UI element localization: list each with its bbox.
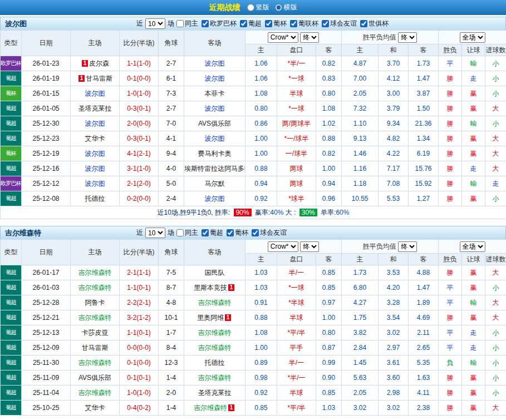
filter-checkbox-input[interactable]	[227, 229, 234, 236]
away-team-cell: 波尔图	[184, 191, 245, 206]
away-team-link[interactable]: 吉尔维森特	[194, 404, 227, 412]
home-team-link[interactable]: 皮尔森	[89, 60, 109, 67]
league-filter-checkboxes: 同主欧罗巴杯葡超葡杯葡联杯球会友谊世俱杯	[176, 19, 392, 28]
home-team-link[interactable]: AVS俱乐部	[78, 374, 111, 382]
filter-checkbox[interactable]: 葡超	[240, 19, 262, 28]
match-result: 平	[439, 56, 462, 71]
away-odds: 0.80	[316, 325, 342, 340]
odds-stage-select[interactable]: 终	[300, 241, 319, 252]
home-team-link[interactable]: 圣塔克莱拉	[78, 105, 112, 112]
filter-checkbox-label: 球会友谊	[330, 19, 357, 28]
home-team-link[interactable]: 吉尔维森特	[78, 269, 112, 276]
league-type-badge: 葡超	[1, 355, 22, 370]
filter-checkbox[interactable]: 同主	[176, 228, 198, 238]
away-team-link[interactable]: 圣塔克莱拉	[198, 389, 232, 397]
col-result: 胜负	[439, 254, 462, 265]
home-team-link[interactable]: 波尔图	[85, 180, 105, 187]
home-team-link[interactable]: 吉尔维森特	[78, 359, 112, 367]
radio-input[interactable]	[275, 4, 282, 11]
home-team-link[interactable]: 卡莎皮亚	[82, 329, 109, 337]
filter-checkbox[interactable]: 葡杯	[265, 19, 287, 28]
away-team-link[interactable]: 费马利卡奥	[198, 150, 232, 157]
filter-checkbox[interactable]: 世俱杯	[360, 19, 389, 28]
filter-checkbox-input[interactable]	[252, 229, 259, 236]
away-team-link[interactable]: 埃斯特雷拉达阿马多拉	[184, 165, 245, 172]
home-odds: 0.94	[245, 176, 277, 191]
match-result: 勝	[439, 71, 462, 86]
home-team-link[interactable]: 托德拉	[85, 195, 105, 202]
away-team-link[interactable]: 里奥阿维	[197, 314, 224, 322]
away-team-link[interactable]: 波尔图	[205, 135, 225, 142]
away-team-link[interactable]: 波尔图	[205, 75, 225, 82]
radio-input[interactable]	[247, 4, 254, 11]
home-team-link[interactable]: 艾华卡	[85, 135, 105, 142]
home-team-link[interactable]: 波尔图	[85, 165, 105, 172]
away-team-link[interactable]: 里斯本竞技	[194, 284, 227, 291]
away-team-link[interactable]: 波尔图	[205, 195, 225, 202]
match-result: 勝	[439, 161, 462, 176]
match-date: 25-12-21	[22, 310, 71, 325]
red-card-badge: 1	[225, 314, 231, 321]
home-team-cell: 波尔图	[71, 146, 120, 161]
layout-radio-vertical[interactable]: 竖版	[247, 3, 269, 12]
away-team-cell: 费马利卡奥	[184, 146, 245, 161]
away-team-link[interactable]: 波尔图	[205, 105, 225, 112]
match-count-select[interactable]: 10	[145, 18, 165, 29]
handicap: 平手	[277, 340, 316, 355]
avg-stage-select[interactable]: 终	[398, 241, 417, 252]
away-team-link[interactable]: 托德拉	[205, 359, 225, 367]
filter-checkbox[interactable]: 葡杯	[227, 228, 248, 238]
home-team-link[interactable]: 波尔图	[85, 90, 105, 97]
home-team-link[interactable]: 波尔图	[85, 120, 105, 127]
filter-checkbox-input[interactable]	[265, 20, 272, 27]
away-team-link[interactable]: AVS俱乐部	[198, 120, 231, 127]
corner-count: 12-3	[159, 355, 184, 370]
away-team-link[interactable]: 马尔默	[205, 180, 225, 187]
away-team-link[interactable]: 本菲卡	[205, 90, 225, 97]
away-team-link[interactable]: 吉尔维森特	[198, 299, 232, 307]
home-team-link[interactable]: 吉尔维森特	[78, 284, 112, 291]
bookmaker-select[interactable]: Crow*	[268, 32, 298, 43]
filter-checkbox-input[interactable]	[322, 20, 329, 27]
filter-checkbox[interactable]: 球会友谊	[252, 228, 287, 238]
away-team-link[interactable]: 国民队	[205, 269, 225, 276]
filter-checkbox-label: 葡超	[248, 19, 262, 28]
filter-checkbox-input[interactable]	[202, 229, 209, 236]
filter-checkbox-input[interactable]	[360, 20, 367, 27]
scope-header: 全场	[439, 240, 506, 254]
away-team-link[interactable]: 吉尔维森特	[198, 344, 232, 352]
avg-stage-select[interactable]: 终	[398, 32, 417, 43]
away-team-link[interactable]: 吉尔维森特	[198, 329, 232, 337]
scope-select[interactable]: 全场	[460, 241, 485, 252]
away-odds: 0.85	[316, 280, 342, 295]
corner-count: 4-8	[159, 295, 184, 310]
scope-select[interactable]: 全场	[460, 32, 485, 43]
layout-radio-horizontal[interactable]: 横版	[275, 3, 297, 12]
away-team-link[interactable]: 吉尔维森特	[198, 374, 232, 382]
filter-checkbox[interactable]: 葡超	[202, 228, 223, 238]
match-date: 25-12-28	[22, 295, 71, 310]
avg-draw-odds: 3.60	[379, 370, 409, 386]
filter-checkbox[interactable]: 葡联杯	[290, 19, 318, 28]
match-count-select[interactable]: 10	[145, 228, 165, 238]
home-team-link[interactable]: 艾华卡	[85, 404, 105, 412]
home-team-link[interactable]: 甘马雷斯	[86, 75, 112, 82]
filter-checkbox-input[interactable]	[176, 20, 184, 27]
home-team-link[interactable]: 吉尔维森特	[78, 314, 112, 322]
filter-checkbox-input[interactable]	[240, 20, 247, 27]
home-team-link[interactable]: 吉尔维森特	[78, 389, 112, 397]
filter-checkbox[interactable]: 球会友谊	[322, 19, 357, 28]
away-team-link[interactable]: 波尔图	[205, 60, 225, 67]
odds-stage-select[interactable]: 终	[300, 32, 319, 43]
home-team-link[interactable]: 阿鲁卡	[85, 299, 105, 307]
filter-checkbox-input[interactable]	[176, 229, 184, 236]
filter-checkbox[interactable]: 欧罗巴杯	[202, 19, 237, 28]
home-team-link[interactable]: 波尔图	[85, 150, 105, 157]
filter-checkbox-input[interactable]	[202, 20, 209, 27]
corner-count: 2-7	[159, 56, 184, 71]
filter-checkbox-input[interactable]	[290, 20, 297, 27]
home-team-link[interactable]: 甘马雷斯	[82, 344, 109, 352]
avg-home-odds: 1.16	[342, 161, 379, 176]
bookmaker-select[interactable]: Crow*	[268, 241, 298, 252]
filter-checkbox[interactable]: 同主	[176, 19, 198, 28]
